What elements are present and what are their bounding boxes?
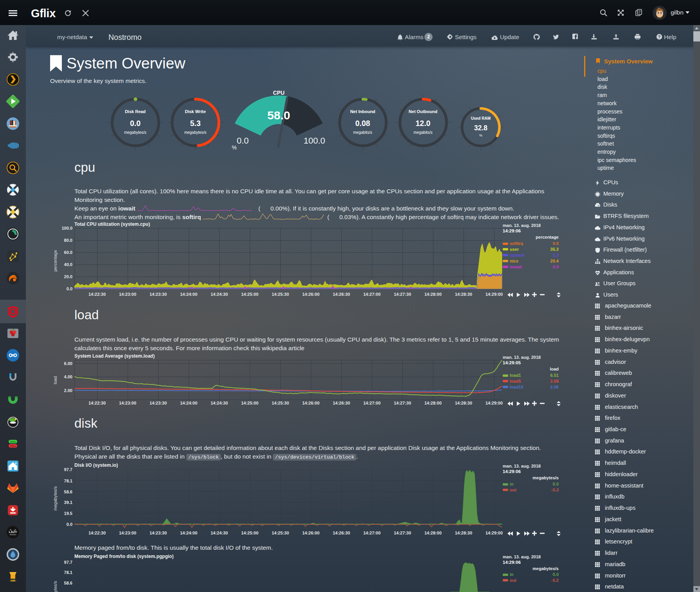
svg-text:sab: sab (11, 579, 16, 582)
svg-text:librarian: librarian (10, 534, 16, 536)
svg-text:LAZY: LAZY (9, 530, 18, 534)
svg-text:Offline: Offline (10, 445, 16, 447)
svg-text:?: ? (658, 35, 660, 39)
svg-text:Online: Online (10, 441, 16, 443)
